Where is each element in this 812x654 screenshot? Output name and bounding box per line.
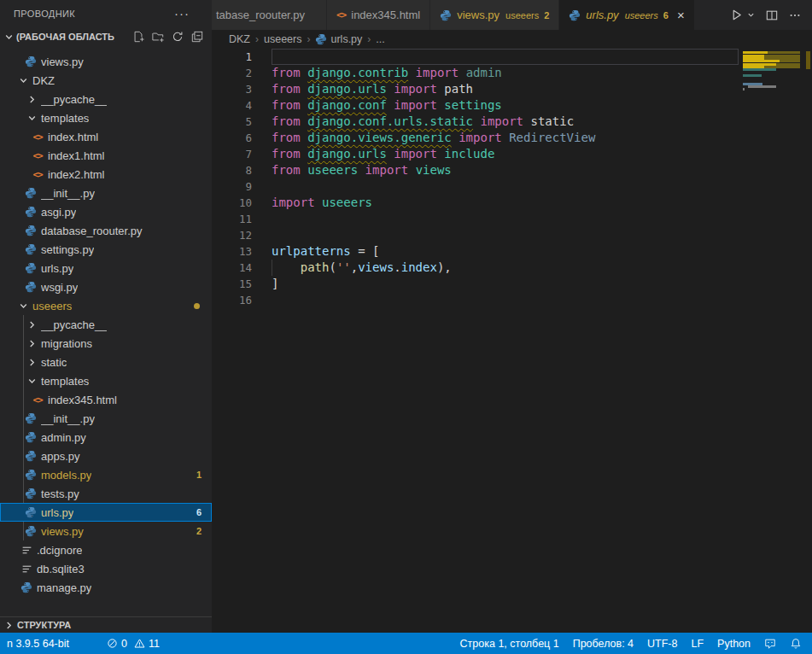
run-dropdown-icon[interactable]	[747, 11, 755, 19]
status-problems[interactable]: 011	[89, 633, 164, 654]
indent-guide	[23, 371, 24, 390]
more-actions-icon[interactable]: ···	[174, 6, 190, 20]
tree-item-index.html[interactable]: <>index.html	[0, 127, 212, 146]
tree-item-static[interactable]: static	[0, 353, 212, 371]
html-icon: <>	[32, 150, 44, 161]
code-line-6[interactable]: 6from django.views.generic import Redire…	[212, 130, 812, 146]
line-number: 16	[212, 292, 252, 308]
editor-indent-guide	[272, 260, 272, 276]
workspace-actions	[132, 31, 212, 43]
tab-urls.py[interactable]: urls.pyuseeers6×	[559, 0, 694, 30]
tree-item-templates[interactable]: templates	[0, 371, 212, 390]
code-line-14[interactable]: 14 path('',views.index),	[212, 260, 812, 276]
refresh-explorer-icon[interactable]	[172, 31, 184, 43]
tab-index345.html[interactable]: <>index345.html	[327, 0, 430, 30]
code-line-16[interactable]: 16	[212, 292, 812, 308]
code-editor[interactable]: 12from django.contrib import admin3from …	[212, 49, 812, 633]
tree-item-admin.py[interactable]: admin.py	[0, 428, 212, 447]
tree-item-database_roouter.py[interactable]: database_roouter.py	[0, 221, 212, 240]
chevron-right-icon	[27, 339, 37, 348]
code-line-10[interactable]: 10import useeers	[212, 195, 812, 211]
vscode-window: { "sidebar": { "title": "ПРОВОДНИК", "ti…	[0, 0, 812, 654]
status-eol[interactable]: LF	[691, 638, 704, 650]
tree-item-__pycache__[interactable]: __pycache__	[0, 315, 212, 334]
tree-item-views.py[interactable]: views.py	[0, 52, 212, 71]
warning-icon	[134, 638, 145, 649]
line-number: 9	[212, 178, 252, 195]
more-actions-icon[interactable]	[789, 9, 801, 21]
code-line-4[interactable]: 4from django.conf import settings	[212, 97, 812, 114]
status-encoding[interactable]: UTF-8	[647, 638, 677, 650]
tree-item-index1.html[interactable]: <>index1.html	[0, 146, 212, 165]
code-line-15[interactable]: 15]	[212, 276, 812, 292]
status-python-version[interactable]: n 3.9.5 64-bit	[3, 633, 73, 654]
new-folder-icon[interactable]	[152, 31, 164, 43]
outline-section-header[interactable]: СТРУКТУРА	[0, 616, 212, 633]
code-line-9[interactable]: 9	[212, 178, 812, 195]
feedback-icon[interactable]	[764, 638, 776, 650]
tree-item-__init__.py[interactable]: __init__.py	[0, 409, 212, 428]
tree-item-urls.py[interactable]: urls.py	[0, 259, 212, 277]
code-line-8[interactable]: 8from useeers import views	[212, 162, 812, 178]
tree-item-apps.py[interactable]: apps.py	[0, 447, 212, 465]
outline-label: СТРУКТУРА	[17, 620, 71, 630]
tree-item-.dcignore[interactable]: .dcignore	[0, 540, 212, 559]
code-text: urlpatterns = [	[272, 243, 379, 260]
code-line-2[interactable]: 2from django.contrib import admin	[212, 65, 812, 81]
tree-item-settings.py[interactable]: settings.py	[0, 240, 212, 259]
tree-item-manage.py[interactable]: manage.py	[0, 578, 212, 597]
tree-item-index2.html[interactable]: <>index2.html	[0, 165, 212, 184]
breadcrumb-label: DKZ	[229, 33, 250, 45]
workspace-section-header[interactable]: (РАБОЧАЯ ОБЛАСТЬ) ...	[0, 26, 212, 47]
tree-item-label: urls.py	[41, 262, 73, 275]
bell-icon[interactable]	[790, 638, 802, 650]
status-label: UTF-8	[647, 638, 677, 650]
code-line-11[interactable]: 11	[212, 211, 812, 227]
tree-item-urls.py[interactable]: urls.py6	[0, 503, 212, 522]
tree-item-tests.py[interactable]: tests.py	[0, 484, 212, 503]
collapse-folders-icon[interactable]	[191, 31, 203, 43]
tree-item-label: asgi.py	[41, 206, 76, 219]
code-line-1[interactable]: 1	[212, 49, 812, 65]
tree-item-templates[interactable]: templates	[0, 108, 212, 127]
code-line-7[interactable]: 7from django.urls import include	[212, 146, 812, 162]
close-icon[interactable]: ×	[677, 9, 685, 21]
code-line-13[interactable]: 13urlpatterns = [	[212, 243, 812, 260]
tree-item-__pycache__[interactable]: __pycache__	[0, 90, 212, 108]
breadcrumb-item-DKZ[interactable]: DKZ	[229, 33, 250, 45]
code-line-12[interactable]: 12	[212, 227, 812, 243]
tree-item-models.py[interactable]: models.py1	[0, 465, 212, 484]
chevron-right-icon	[27, 320, 37, 330]
code-line-3[interactable]: 3from django.urls import path	[212, 81, 812, 97]
breadcrumb-label: ...	[376, 33, 384, 45]
new-file-icon[interactable]	[132, 31, 144, 43]
status-indentation[interactable]: Пробелов: 4	[573, 638, 634, 650]
tree-item-db.sqlite3[interactable]: db.sqlite3	[0, 559, 212, 578]
breadcrumb-item-...[interactable]: ...	[376, 33, 384, 45]
minimap[interactable]	[743, 49, 803, 151]
tree-item-__init__.py[interactable]: __init__.py	[0, 184, 212, 202]
code-line-5[interactable]: 5from django.conf.urls.static import sta…	[212, 114, 812, 130]
tree-item-wsgi.py[interactable]: wsgi.py	[0, 277, 212, 296]
tree-item-DKZ[interactable]: DKZ	[0, 71, 212, 90]
workspace-label: (РАБОЧАЯ ОБЛАСТЬ) ...	[16, 32, 114, 42]
error-count: 0	[121, 638, 127, 650]
tree-item-views.py[interactable]: views.py2	[0, 522, 212, 540]
status-cursor-position[interactable]: Строка 1, столбец 1	[460, 638, 559, 650]
split-editor-icon[interactable]	[766, 9, 778, 21]
tree-item-useeers[interactable]: useeers	[0, 296, 212, 315]
breadcrumb-label: useeers	[264, 33, 301, 45]
tree-item-migrations[interactable]: migrations	[0, 334, 212, 353]
minimap-code-line	[743, 88, 745, 91]
status-bar: n 3.9.5 64-bit011 Строка 1, столбец 1Про…	[0, 633, 812, 654]
line-number: 11	[212, 211, 252, 227]
tree-item-index345.html[interactable]: <>index345.html	[0, 390, 212, 409]
indent-guide	[23, 390, 24, 409]
breadcrumb-item-urls.py[interactable]: urls.py	[315, 33, 362, 45]
status-language-mode[interactable]: Python	[717, 638, 751, 650]
breadcrumb-item-useeers[interactable]: useeers	[264, 33, 301, 45]
run-python-file-icon[interactable]	[730, 9, 743, 21]
tab-tabase_roouter.py[interactable]: tabase_roouter.py	[212, 0, 327, 30]
tree-item-asgi.py[interactable]: asgi.py	[0, 202, 212, 221]
tab-views.py[interactable]: views.pyuseeers2	[430, 0, 559, 30]
